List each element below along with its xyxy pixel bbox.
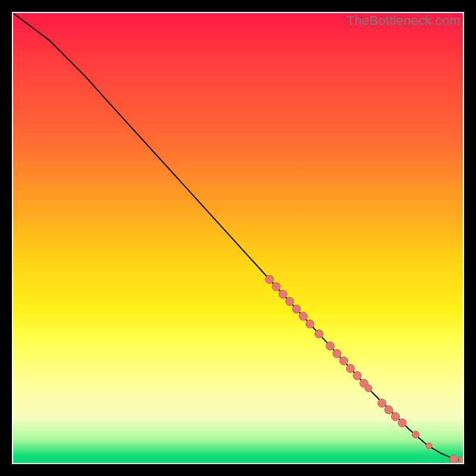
data-point <box>272 283 280 291</box>
chart-frame: TheBottleneck.com <box>12 12 464 464</box>
data-point <box>378 399 386 407</box>
data-point <box>292 305 300 313</box>
chart-svg-layer <box>13 13 463 463</box>
data-point <box>315 330 323 338</box>
data-point <box>340 356 348 365</box>
data-point <box>279 290 287 299</box>
data-point <box>265 275 274 284</box>
data-point <box>306 320 314 328</box>
data-point <box>412 431 419 438</box>
data-point <box>333 349 341 358</box>
data-point <box>450 455 458 463</box>
chart-plot-area: TheBottleneck.com <box>13 13 463 463</box>
data-point <box>365 385 372 392</box>
data-point <box>398 419 406 427</box>
data-point <box>326 342 334 350</box>
data-points-group <box>265 275 463 463</box>
data-point <box>426 443 432 449</box>
data-point <box>392 412 400 421</box>
data-point <box>346 364 355 372</box>
data-point <box>353 371 361 380</box>
bottleneck-curve <box>13 13 463 460</box>
data-point <box>384 406 393 414</box>
data-point <box>459 456 463 463</box>
data-point <box>286 298 294 306</box>
data-point <box>299 312 308 321</box>
